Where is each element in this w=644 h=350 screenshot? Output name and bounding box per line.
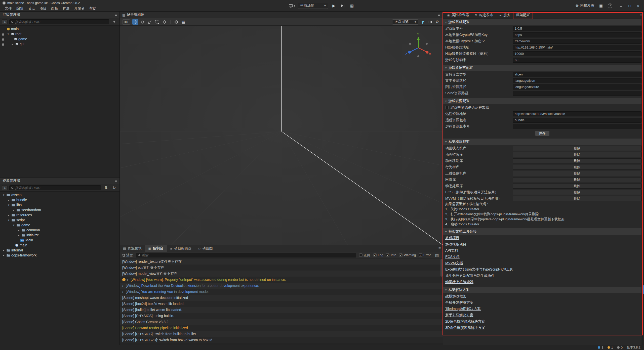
inspector-scrollbar-thumb[interactable] bbox=[642, 285, 644, 294]
help-button[interactable]: ? bbox=[608, 4, 612, 8]
chevron-right-icon[interactable]: ▸ bbox=[12, 208, 15, 212]
hierarchy-node-root[interactable]: ▾ root bbox=[0, 31, 119, 36]
log-count[interactable]: 3 bbox=[598, 346, 603, 349]
chevron-down-icon[interactable]: ▾ bbox=[7, 32, 10, 36]
console-search-input[interactable] bbox=[142, 253, 354, 257]
inspector-scrollbar-track[interactable] bbox=[641, 19, 644, 345]
doc-link[interactable]: MVVM文档 bbox=[445, 261, 463, 266]
console-line[interactable]: [Scene] [PHYSICS2D]: switch from box2d-w… bbox=[120, 337, 443, 343]
doc-link[interactable]: ECS文档 bbox=[445, 255, 460, 259]
console-line[interactable]: [Window] render_texture文件夹不存在 bbox=[120, 258, 443, 265]
add-node-button[interactable]: + bbox=[2, 19, 8, 24]
chevron-down-icon[interactable]: ▾ bbox=[7, 218, 10, 222]
section-modules[interactable]: ▾ 框架模块裁剪 bbox=[443, 139, 641, 145]
console-line[interactable]: [Scene] [PHYSICS]: switch from builtin t… bbox=[120, 331, 443, 337]
tab-property-inspector[interactable]: ◉ 属性检查器 bbox=[445, 12, 471, 19]
remote-url-input[interactable] bbox=[513, 111, 641, 116]
assets-search[interactable] bbox=[9, 185, 101, 190]
scene-select-dropdown[interactable]: 当前场景 ▾ bbox=[298, 3, 328, 9]
doc-link[interactable]: 动画状态机编辑器 bbox=[445, 280, 473, 284]
console-line[interactable]: › [Window] You are running Vue in develo… bbox=[120, 289, 443, 295]
remote-load-checkbox[interactable] bbox=[445, 106, 449, 109]
asset-node-game[interactable]: ▾ game bbox=[0, 223, 119, 228]
minimize-button[interactable]: – bbox=[617, 3, 625, 9]
asset-node-libs[interactable]: ▾ libs bbox=[0, 202, 119, 207]
tab-service[interactable]: ☁ 服务 bbox=[496, 12, 513, 19]
chevron-down-icon[interactable]: ▾ bbox=[12, 224, 15, 227]
fps-input[interactable] bbox=[513, 58, 641, 63]
module-delete-button[interactable]: 删除 bbox=[513, 190, 641, 195]
camera-settings-button[interactable] bbox=[427, 19, 433, 25]
section-game-basic[interactable]: ▾ 游戏基础配置 bbox=[443, 19, 641, 25]
view-mode-dropdown[interactable]: 正常浏览 ▾ bbox=[392, 19, 418, 25]
solution-link[interactable]: 3D角色扮演游戏解决方案 bbox=[445, 326, 485, 330]
scene-gear-button[interactable]: ⚙ bbox=[434, 19, 440, 25]
add-asset-button[interactable]: + bbox=[2, 185, 8, 190]
close-button[interactable]: × bbox=[634, 3, 642, 9]
preview-device-button[interactable]: ▾ bbox=[289, 3, 295, 9]
section-docs[interactable]: ▾ 框架文档工具链接 bbox=[443, 228, 641, 235]
asset-node-script[interactable]: ▾ script bbox=[0, 217, 119, 223]
chevron-right-icon[interactable]: ▸ bbox=[17, 234, 20, 237]
warning-count[interactable]: 1 bbox=[608, 346, 613, 349]
sort-assets-button[interactable]: ⇅ bbox=[103, 185, 109, 191]
hierarchy-filter-button[interactable] bbox=[111, 19, 117, 25]
doc-link[interactable]: API文档 bbox=[445, 248, 458, 253]
filter-warning-checkbox[interactable]: ✓ Warning bbox=[399, 253, 416, 257]
lock-icon[interactable] bbox=[2, 42, 4, 47]
lock-icon[interactable] bbox=[2, 32, 4, 36]
clear-console-button[interactable]: 清空 bbox=[122, 253, 133, 257]
module-delete-button[interactable]: 删除 bbox=[513, 171, 641, 176]
hierarchy-node-game[interactable]: game bbox=[0, 36, 119, 41]
expand-icon[interactable]: › bbox=[127, 277, 129, 283]
console-line[interactable]: [Scene] Cocos Creator v3.8.2 bbox=[120, 319, 443, 325]
asset-node-main-ts[interactable]: TS Main bbox=[0, 238, 119, 243]
pivot-tool-button[interactable] bbox=[162, 19, 168, 25]
console-line[interactable]: [Scene] Forward render pipeline initiali… bbox=[120, 325, 443, 331]
snap-settings-button[interactable]: ▦ bbox=[181, 19, 187, 25]
chevron-right-icon[interactable]: ▸ bbox=[11, 42, 14, 46]
chevron-right-icon[interactable]: ▸ bbox=[17, 229, 20, 232]
build-publish-button[interactable]: ⚒ 构建发布 bbox=[575, 4, 594, 8]
module-delete-button[interactable]: 删除 bbox=[513, 146, 641, 151]
console-line[interactable]: [Window] ecs文件夹不存在 bbox=[120, 265, 443, 271]
chevron-right-icon[interactable]: ▸ bbox=[7, 213, 10, 217]
console-line[interactable]: [Window] model_view文件夹不存在 bbox=[120, 271, 443, 277]
panel-menu-icon[interactable]: ≡ bbox=[438, 13, 440, 17]
text-res-path-input[interactable] bbox=[513, 78, 641, 83]
package-button[interactable]: ▣ bbox=[598, 3, 604, 9]
assets-search-input[interactable] bbox=[15, 186, 99, 190]
asset-node-resources[interactable]: ▸ resources bbox=[0, 212, 119, 217]
asset-node-bundle[interactable]: ▸ bundle bbox=[0, 197, 119, 202]
hierarchy-node-gui[interactable]: ▸ gui bbox=[0, 41, 119, 47]
chevron-right-icon[interactable]: ▸ bbox=[2, 249, 5, 252]
remote-version-input[interactable] bbox=[513, 124, 641, 129]
asset-node-assets[interactable]: ▾ assets bbox=[0, 192, 119, 197]
lighting-toggle-button[interactable] bbox=[420, 19, 426, 25]
panel-menu-icon[interactable]: ≡ bbox=[115, 179, 117, 183]
console-search[interactable] bbox=[136, 253, 356, 257]
crypto-key-input[interactable] bbox=[513, 32, 641, 37]
module-delete-button[interactable]: 删除 bbox=[513, 165, 641, 170]
asset-node-main[interactable]: main bbox=[0, 243, 119, 248]
asset-node-internal[interactable]: ▸ internal bbox=[0, 248, 119, 253]
console-line[interactable]: [Scene] [bullet]:bullet wasm lib loaded. bbox=[120, 307, 443, 313]
console-line[interactable]: [Scene] [box2d]:box2d wasm lib loaded. bbox=[120, 301, 443, 307]
world-space-button[interactable] bbox=[173, 19, 179, 25]
scale-tool-button[interactable] bbox=[147, 19, 153, 25]
error-count[interactable]: 0 bbox=[617, 346, 623, 349]
play-button[interactable]: ▶ bbox=[331, 3, 337, 9]
hierarchy-search[interactable] bbox=[9, 19, 109, 24]
menu-panel[interactable]: 面板 bbox=[49, 6, 60, 11]
spine-res-path-input[interactable] bbox=[513, 91, 641, 96]
asset-node-seedrandom[interactable]: ▸ seedrandom bbox=[0, 207, 119, 212]
move-tool-button[interactable] bbox=[132, 19, 138, 25]
menu-file[interactable]: 文件 bbox=[3, 6, 14, 11]
tab-console[interactable]: ▣ 控制台 bbox=[145, 245, 167, 252]
menu-developer[interactable]: 开发者 bbox=[72, 6, 87, 11]
solution-link[interactable]: Tiledmap地图解决方案 bbox=[445, 307, 481, 311]
orientation-gizmo[interactable]: Y X Z bbox=[405, 33, 432, 61]
image-res-path-input[interactable] bbox=[513, 84, 641, 90]
console-line[interactable]: ! › [Window] [Vue warn]: Property "onInp… bbox=[120, 277, 443, 283]
module-delete-button[interactable]: 删除 bbox=[513, 184, 641, 189]
